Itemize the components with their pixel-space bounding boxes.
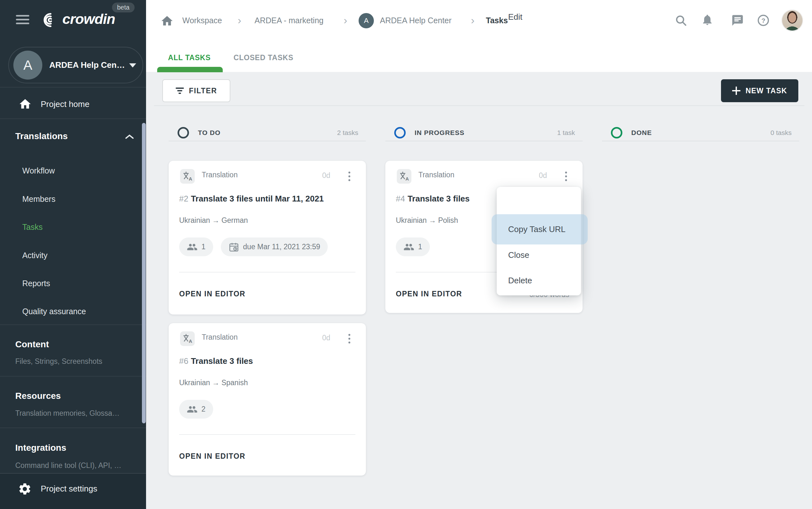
translation-type-icon: A	[180, 331, 195, 346]
divider	[602, 141, 799, 141]
column-header-in-progress: IN PROGRESS 1 task	[385, 127, 582, 146]
sidebar-section-resources[interactable]: Resources	[15, 391, 61, 401]
divider	[0, 87, 146, 88]
column-title: IN PROGRESS	[415, 127, 464, 138]
task-card-6: A Translation 0d #6Translate 3 files Ukr…	[169, 323, 366, 476]
status-circle-in-progress	[394, 127, 406, 138]
project-avatar: A	[13, 50, 42, 79]
sidebar-scrollbar[interactable]	[142, 123, 146, 423]
language-pair: Ukrainian → German	[179, 216, 248, 225]
sidebar-section-integrations[interactable]: Integrations	[15, 443, 66, 453]
new-task-button[interactable]: NEW TASK	[721, 79, 798, 102]
due-date-text: due Mar 11, 2021 23:59	[243, 243, 320, 251]
column-task-count: 0 tasks	[770, 127, 791, 138]
crowdin-wordmark[interactable]: crowdin	[62, 11, 115, 27]
column-title: DONE	[631, 127, 652, 138]
breadcrumb-workspace[interactable]: Workspace	[182, 16, 222, 25]
svg-text:A: A	[189, 176, 192, 181]
menu-item-edit[interactable]: Edit	[508, 10, 523, 23]
sidebar-section-translations[interactable]: Translations	[15, 131, 68, 141]
messages-chat-icon[interactable]	[731, 14, 744, 28]
menu-item-delete[interactable]: Delete	[508, 274, 532, 287]
hamburger-menu-icon[interactable]	[16, 15, 29, 24]
svg-text:A: A	[189, 339, 192, 344]
task-title[interactable]: #4Translate 3 files	[396, 194, 470, 204]
status-circle-todo	[178, 127, 189, 138]
chevron-right-icon: ›	[344, 15, 347, 25]
task-title[interactable]: #6Translate 3 files	[179, 356, 253, 366]
project-selector[interactable]: A ARDEA Help Cen…	[8, 47, 143, 83]
column-header-todo: TO DO 2 tasks	[169, 127, 366, 146]
sidebar-item-quality-assurance[interactable]: Quality assurance	[22, 306, 86, 317]
chevron-right-icon: ›	[238, 15, 241, 25]
sidebar-item-workflow[interactable]: Workflow	[22, 165, 55, 176]
column-task-count: 1 task	[557, 127, 575, 138]
active-tab-underline	[157, 67, 223, 72]
assignees-chip: 1	[179, 237, 213, 256]
task-number: #2	[179, 194, 188, 203]
divider	[385, 141, 582, 141]
column-header-done: DONE 0 tasks	[602, 127, 799, 146]
chevron-up-icon[interactable]	[125, 134, 134, 141]
language-pair: Ukrainian → Polish	[396, 216, 458, 225]
sidebar-item-project-home[interactable]: Project home	[41, 98, 90, 110]
home-icon	[19, 97, 32, 112]
task-number: #6	[179, 356, 188, 366]
task-title[interactable]: #2Translate 3 files until Mar 11, 2021	[179, 194, 324, 204]
gear-icon	[18, 482, 32, 497]
svg-text:?: ?	[762, 17, 765, 24]
sidebar-section-content-subtitle: Files, Strings, Screenshots	[15, 357, 102, 366]
notifications-bell-icon[interactable]	[701, 13, 714, 27]
home-icon[interactable]	[161, 14, 174, 28]
task-age: 0d	[539, 171, 547, 180]
user-avatar[interactable]	[781, 9, 803, 31]
breadcrumb-current-page: Tasks	[486, 16, 508, 25]
sidebar-section-content[interactable]: Content	[15, 339, 49, 349]
open-in-editor-link[interactable]: OPEN IN EDITOR	[179, 290, 245, 298]
people-icon	[187, 242, 198, 252]
sidebar-item-activity[interactable]: Activity	[22, 249, 47, 261]
assignees-count: 1	[418, 243, 422, 251]
translation-type-icon: A	[180, 169, 195, 184]
divider	[0, 325, 146, 325]
people-icon	[187, 404, 198, 415]
filter-button[interactable]: FILTER	[162, 79, 231, 102]
task-number: #4	[396, 194, 405, 203]
task-card-2: A Translation 0d #2Translate 3 files unt…	[169, 161, 366, 314]
sidebar-item-reports[interactable]: Reports	[22, 278, 50, 289]
column-task-count: 2 tasks	[337, 127, 358, 138]
menu-item-copy-task-url[interactable]: Copy Task URL	[508, 223, 565, 236]
kebab-menu-icon[interactable]	[346, 169, 353, 184]
plus-icon	[732, 87, 740, 95]
calendar-clock-icon	[228, 242, 239, 252]
breadcrumb-organization[interactable]: ARDEA - marketing	[254, 16, 324, 25]
divider	[0, 118, 146, 119]
sidebar-item-members[interactable]: Members	[22, 193, 56, 205]
tab-all-tasks[interactable]: ALL TASKS	[168, 54, 211, 62]
tab-closed-tasks[interactable]: CLOSED TASKS	[234, 54, 293, 62]
open-in-editor-link[interactable]: OPEN IN EDITOR	[179, 452, 245, 461]
task-type-label: Translation	[202, 333, 238, 342]
column-title: TO DO	[198, 127, 220, 138]
sidebar-section-integrations-subtitle: Command line tool (CLI), API, …	[15, 461, 121, 470]
kebab-menu-icon[interactable]	[346, 331, 353, 346]
sidebar-item-tasks[interactable]: Tasks	[22, 221, 43, 233]
sidebar-footer: Project settings	[0, 473, 146, 509]
divider	[179, 434, 355, 435]
sidebar-item-project-settings[interactable]: Project settings	[41, 484, 97, 494]
due-date-chip: due Mar 11, 2021 23:59	[221, 237, 328, 256]
search-icon[interactable]	[675, 14, 687, 28]
assignees-count: 2	[202, 405, 206, 413]
crowdin-logo-icon[interactable]	[39, 12, 59, 29]
assignees-count: 1	[202, 243, 206, 251]
menu-item-close[interactable]: Close	[508, 249, 529, 261]
status-circle-done	[611, 127, 622, 138]
language-pair: Ukrainian → Spanish	[179, 378, 248, 387]
help-icon[interactable]: ?	[757, 14, 770, 28]
breadcrumb-project[interactable]: ARDEA Help Center	[380, 16, 452, 25]
kebab-menu-icon[interactable]	[562, 169, 570, 184]
open-in-editor-link[interactable]: OPEN IN EDITOR	[396, 290, 462, 298]
task-type-label: Translation	[202, 171, 238, 179]
people-icon	[403, 242, 414, 252]
breadcrumb-project-avatar: A	[359, 13, 374, 28]
